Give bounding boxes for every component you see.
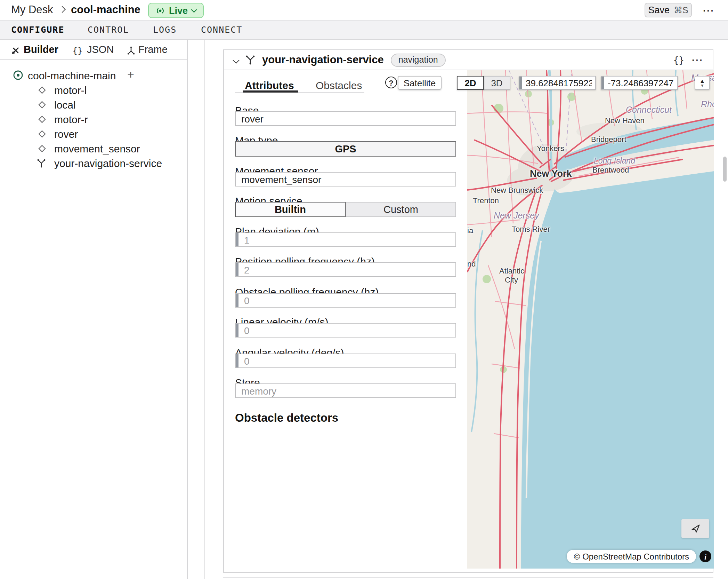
tree-root-label[interactable]: cool-machine-main [28,70,116,81]
card-body: Attributes Obstacles ? [224,70,713,573]
json-tab-label[interactable]: JSON [87,44,114,55]
tree-item-motor-l[interactable]: motor-l [0,83,187,97]
zoom-stepper[interactable]: ▲ ▼ [695,76,710,90]
active-tab-underline [243,90,298,92]
save-label: Save [648,5,670,15]
map-label: New Brunswick [491,186,543,194]
drag-handle[interactable] [519,77,522,89]
motion-builtin-button[interactable]: Builtin [235,202,346,217]
plan-deviation-input[interactable] [238,233,455,246]
motion-custom-button[interactable]: Custom [346,202,456,217]
wrench-hammer-icon [11,46,20,55]
builder-tab[interactable] [11,45,20,58]
save-button[interactable]: Save ⌘S [645,3,692,17]
store-input-box [235,383,456,398]
view-2d-button[interactable]: 2D [457,76,484,90]
raw-json-button[interactable]: {} [673,55,684,65]
tree-item-label[interactable]: motor-r [54,113,88,125]
tree-item-rover[interactable]: rover [0,127,187,141]
position-polling-input[interactable] [238,263,455,276]
next-card-top-border [223,577,713,578]
drag-handle[interactable] [601,77,604,89]
panel-divider [204,40,205,579]
map-label: nd [467,260,476,268]
drag-handle[interactable] [236,294,238,307]
tree-item-label[interactable]: rover [54,128,78,140]
tab-configure[interactable]: CONFIGURE [11,21,64,39]
tree-item-label[interactable]: your-navigation-service [54,157,162,169]
drag-handle[interactable] [236,354,238,367]
map-label: Trenton [473,196,499,205]
tree-item-movement-sensor[interactable]: movement_sensor [0,141,187,156]
tree-item-label[interactable]: motor-l [54,84,87,96]
navigation-service-card: your-navigation-service navigation {} ⋯ … [223,49,713,573]
linear-velocity-input-box [235,323,456,338]
store-input[interactable] [236,384,455,397]
obstacle-detectors-heading: Obstacle detectors [235,411,338,425]
tab-obstacles[interactable]: Obstacles [316,79,362,91]
attribution-text[interactable]: © OpenStreetMap Contributors [567,550,696,563]
tree-item-navigation-service[interactable]: your-navigation-service [0,156,187,170]
satellite-toggle-button[interactable]: Satellite [398,76,442,90]
latitude-input[interactable] [522,77,595,89]
map-attribution: © OpenStreetMap Contributors i [567,550,711,563]
tab-control[interactable]: CONTROL [88,21,129,39]
linear-velocity-input[interactable] [238,324,455,337]
tab-connect[interactable]: CONNECT [201,21,242,39]
collapse-chevron-icon[interactable] [233,56,240,63]
component-diamond-icon [38,130,46,138]
drag-handle[interactable] [236,233,238,246]
help-icon[interactable]: ? [385,77,397,88]
tab-attributes[interactable]: Attributes [245,79,294,91]
frame-tab[interactable] [127,45,136,58]
stepper-down-icon[interactable]: ▼ [700,83,704,87]
add-component-button[interactable]: + [127,68,134,82]
obstacle-polling-input[interactable] [238,294,455,307]
info-icon[interactable]: i [699,550,711,562]
component-diamond-icon [38,86,46,94]
tree-root-row[interactable]: cool-machine-main + [0,68,187,83]
tree-item-label[interactable]: local [54,99,76,111]
chevron-down-icon [191,7,197,13]
breadcrumb-root[interactable]: My Desk [11,3,53,16]
map-label: Toms River [512,225,550,233]
longitude-input[interactable] [604,77,677,89]
locate-button[interactable] [681,519,709,538]
base-input[interactable] [236,112,455,125]
navigation-service-icon [245,55,255,65]
frame-axes-icon [127,46,136,55]
map-label: Atlantic [499,267,524,275]
view-3d-button[interactable]: 3D [483,76,510,90]
machine-target-icon [13,70,24,81]
component-diamond-icon [38,145,46,152]
header-more-button[interactable]: ⋯ [702,5,714,17]
tab-logs[interactable]: LOGS [153,21,177,39]
movement-sensor-input[interactable] [236,173,455,186]
angular-velocity-input-box [235,354,456,368]
drag-handle[interactable] [236,263,238,276]
drag-handle[interactable] [236,324,238,337]
map-label: New Haven [605,116,645,125]
scrollbar-thumb[interactable] [723,157,727,182]
card-header: your-navigation-service navigation {} ⋯ [224,50,713,70]
longitude-input-box [601,76,678,90]
app-root: My Desk cool-machine Live Save ⌘S ⋯ CONF… [0,0,728,579]
save-shortcut: ⌘S [674,5,688,15]
sidebar-view-tabs: Builder {} JSON Frame [0,40,187,60]
card-more-button[interactable]: ⋯ [691,54,703,66]
map-canvas[interactable]: MassacRhodConnecticutNew HavenBridgeport… [467,70,714,569]
component-diamond-icon [38,101,46,109]
live-status-dropdown[interactable]: Live [148,3,204,18]
main-tab-bar: CONFIGURE CONTROL LOGS CONNECT [0,20,728,40]
service-type-badge[interactable]: navigation [391,53,446,66]
tree-item-local[interactable]: local [0,97,187,112]
map-type-gps-button[interactable]: GPS [235,141,456,157]
braces-icon[interactable]: {} [72,45,83,55]
map-label: Connecticut [626,105,672,115]
angular-velocity-input[interactable] [238,354,455,367]
builder-tab-label[interactable]: Builder [24,44,58,55]
app-header: My Desk cool-machine Live Save ⌘S ⋯ [0,0,728,20]
frame-tab-label[interactable]: Frame [138,44,168,55]
tree-item-motor-r[interactable]: motor-r [0,112,187,127]
tree-item-label[interactable]: movement_sensor [54,143,140,154]
